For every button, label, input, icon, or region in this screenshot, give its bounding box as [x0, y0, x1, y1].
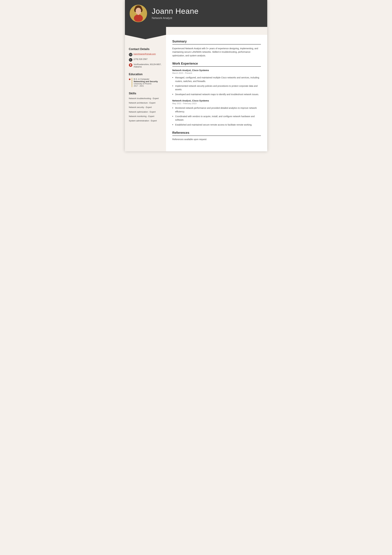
svg-rect-7 — [137, 13, 139, 15]
skill-item: Network optimization - Expert — [129, 110, 162, 113]
jobs-list: Network Analyst, Cisco SystemsMarch 2023… — [172, 69, 261, 126]
header-job-title: Network Analyst — [152, 16, 199, 20]
svg-point-6 — [134, 15, 143, 22]
skill-item: Network troubleshooting - Expert — [129, 97, 162, 100]
body-area: Contact Details joannheane@gmail.com — [125, 35, 267, 151]
edu-years: 2017 - 2021 — [134, 85, 158, 87]
education-section-title: Education — [129, 73, 162, 76]
job-date-0: March 2023 - Present — [172, 72, 261, 74]
job-entry-0: Network Analyst, Cisco SystemsMarch 2023… — [172, 69, 261, 96]
job-date-1: May 2021 - February 2023 — [172, 102, 261, 105]
job-bullet-0-0: Managed, configured, and maintained mult… — [172, 76, 261, 83]
summary-section-title: Summary — [172, 40, 261, 44]
header-name: Joann Heane — [152, 7, 199, 15]
email-value[interactable]: joannheane@gmail.com — [134, 53, 156, 55]
job-entry-1: Network Analyst, Cisco SystemsMay 2021 -… — [172, 99, 261, 126]
skills-list: Network troubleshooting - ExpertNetwork … — [129, 97, 162, 122]
edu-degree-line2: Networking and Security — [134, 80, 158, 83]
location-icon — [129, 63, 132, 67]
left-column: Contact Details joannheane@gmail.com — [125, 35, 166, 151]
phone-value: (279) 528 2567 — [134, 58, 148, 60]
job-bullet-1-1: Coordinated with vendors to acquire, ins… — [172, 115, 261, 122]
skills-section: Skills Network troubleshooting - ExpertN… — [129, 92, 162, 122]
work-experience-title: Work Experience — [172, 62, 261, 67]
job-title-1: Network Analyst, Cisco Systems — [172, 99, 261, 102]
right-column: Summary Experienced Network Analyst with… — [166, 35, 267, 151]
chevron-row — [125, 27, 267, 35]
address-value: VonRuedenshire, 93129-0857, Alabama — [134, 63, 162, 68]
edu-details: B.S. in Computer Networking and Security… — [132, 78, 158, 87]
skill-item: Network security - Expert — [129, 106, 162, 109]
edu-bullet-icon — [129, 79, 130, 80]
skill-item: Network architecture - Expert — [129, 102, 162, 104]
skill-item: System administration - Expert — [129, 119, 162, 122]
job-title-0: Network Analyst, Cisco Systems — [172, 69, 261, 72]
work-experience-section: Work Experience Network Analyst, Cisco S… — [172, 62, 261, 126]
contact-address-item: VonRuedenshire, 93129-0857, Alabama — [129, 63, 162, 68]
job-bullets-0: Managed, configured, and maintained mult… — [172, 76, 261, 96]
edu-school: University of Phoenix — [134, 83, 158, 85]
edu-degree-line1: B.S. in Computer — [134, 78, 158, 80]
job-bullet-0-2: Developed and maintained network maps to… — [172, 93, 261, 96]
education-item: B.S. in Computer Networking and Security… — [129, 78, 162, 87]
job-bullet-1-0: Monitored network performance and provid… — [172, 106, 261, 113]
skill-item: Network monitoring - Expert — [129, 115, 162, 118]
chevron-shape — [125, 27, 166, 35]
job-bullets-1: Monitored network performance and provid… — [172, 106, 261, 126]
job-bullet-0-1: Implemented network security policies an… — [172, 84, 261, 91]
contact-section: Contact Details joannheane@gmail.com — [129, 47, 162, 68]
phone-icon — [129, 58, 132, 62]
header-text-block: Joann Heane Network Analyst — [152, 7, 199, 20]
avatar — [130, 5, 147, 22]
skills-section-title: Skills — [129, 92, 162, 95]
svg-point-5 — [135, 8, 141, 14]
email-icon — [129, 53, 132, 56]
references-title: References — [172, 131, 261, 136]
job-bullet-1-2: Established and maintained secure remote… — [172, 123, 261, 126]
resume-container: Joann Heane Network Analyst Contact Deta… — [125, 0, 267, 151]
summary-text: Experienced Network Analyst with 5+ year… — [172, 47, 261, 57]
contact-email-item: joannheane@gmail.com — [129, 53, 162, 56]
references-text: References available upon request — [172, 138, 261, 141]
contact-section-title: Contact Details — [129, 47, 162, 51]
resume-header: Joann Heane Network Analyst — [125, 0, 267, 27]
references-section: References References available upon req… — [172, 131, 261, 141]
summary-section: Summary Experienced Network Analyst with… — [172, 40, 261, 57]
contact-phone-item: (279) 528 2567 — [129, 58, 162, 62]
education-section: Education B.S. in Computer Networking an… — [129, 73, 162, 87]
